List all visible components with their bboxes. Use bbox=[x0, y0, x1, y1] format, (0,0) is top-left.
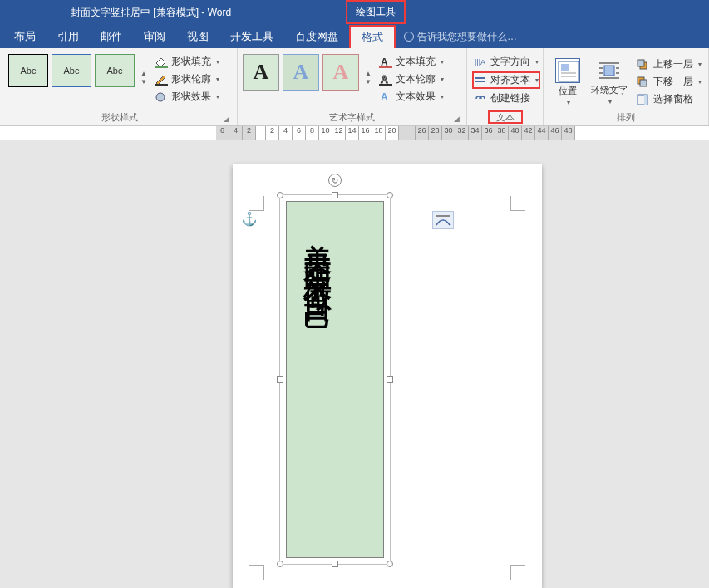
shape-style-preset-3[interactable]: Abc bbox=[95, 54, 135, 87]
ruler-tick: 26 bbox=[416, 126, 429, 140]
text-fill-button[interactable]: A 文本填充▾ bbox=[377, 54, 446, 70]
text-effects-button[interactable]: A 文本效果▾ bbox=[377, 89, 446, 105]
vertical-text-content[interactable]: 美是回来做自己 bbox=[298, 221, 336, 291]
tab-references[interactable]: 引用 bbox=[47, 25, 90, 48]
svg-rect-9 bbox=[475, 77, 485, 79]
lightbulb-icon bbox=[404, 32, 414, 42]
svg-rect-28 bbox=[436, 215, 450, 217]
rotate-handle[interactable]: ↻ bbox=[328, 174, 342, 187]
ruler-tick: 8 bbox=[306, 126, 319, 140]
anchor-icon[interactable]: ⚓ bbox=[241, 211, 258, 227]
wordart-preset-2[interactable]: A bbox=[283, 54, 319, 91]
ruler-tick: 20 bbox=[386, 126, 399, 140]
ruler-tick: 40 bbox=[509, 126, 522, 140]
send-backward-icon bbox=[637, 76, 650, 88]
shape-style-preset-1[interactable]: Abc bbox=[8, 54, 48, 87]
shape-style-preset-2[interactable]: Abc bbox=[52, 54, 91, 87]
svg-rect-25 bbox=[640, 80, 647, 86]
align-text-button[interactable]: 对齐文本▾ bbox=[472, 71, 540, 89]
document-canvas[interactable]: ⚓ 美是回来做自己 ↻ bbox=[0, 140, 709, 588]
selection-pane-icon bbox=[637, 94, 650, 105]
group-label-arrange: 排列 bbox=[549, 110, 703, 125]
send-backward-button[interactable]: 下移一层▾ bbox=[635, 74, 703, 90]
text-outline-button[interactable]: A 文本轮廓▾ bbox=[377, 71, 446, 87]
wordart-preset-1[interactable]: A bbox=[243, 54, 279, 91]
layout-options-button[interactable] bbox=[432, 211, 454, 229]
resize-handle-e[interactable] bbox=[387, 376, 393, 383]
svg-rect-21 bbox=[616, 72, 619, 74]
margin-corner-icon bbox=[249, 565, 264, 580]
margin-corner-icon bbox=[510, 196, 525, 211]
position-icon bbox=[555, 58, 580, 83]
tab-mailings[interactable]: 邮件 bbox=[90, 25, 133, 48]
ruler-tick: 18 bbox=[372, 126, 386, 140]
text-direction-icon: |||A bbox=[474, 56, 487, 68]
wrap-text-icon bbox=[598, 59, 621, 82]
svg-rect-19 bbox=[616, 67, 619, 69]
text-fill-icon: A bbox=[379, 56, 392, 68]
ruler-tick: 6 bbox=[293, 126, 306, 140]
text-direction-button[interactable]: |||A 文字方向▾ bbox=[472, 54, 540, 70]
bring-forward-button[interactable]: 上移一层▾ bbox=[635, 56, 703, 72]
contextual-tab-drawing-tools[interactable]: 绘图工具 bbox=[346, 0, 406, 24]
svg-rect-6 bbox=[379, 84, 392, 86]
position-button[interactable]: 位置▾ bbox=[549, 55, 587, 110]
tab-baidu-netdisk[interactable]: 百度网盘 bbox=[284, 25, 349, 48]
shape-fill-button[interactable]: 形状填充▾ bbox=[153, 54, 221, 70]
ruler-tick: 34 bbox=[469, 126, 482, 140]
shape-styles-dialog-launcher[interactable]: ◢ bbox=[222, 114, 232, 124]
wordart-dialog-launcher[interactable]: ◢ bbox=[451, 114, 461, 124]
create-link-button[interactable]: 创建链接 bbox=[472, 91, 540, 106]
title-bar: 封面文字竖排居中 [兼容模式] - Word 绘图工具 bbox=[0, 0, 709, 25]
resize-handle-w[interactable] bbox=[277, 376, 283, 383]
resize-handle-s[interactable] bbox=[332, 561, 338, 567]
wordart-more-button[interactable]: ▲▼ bbox=[362, 54, 374, 87]
ruler-tick: 36 bbox=[482, 126, 495, 140]
resize-handle-n[interactable] bbox=[332, 192, 338, 198]
page[interactable]: ⚓ 美是回来做自己 ↻ bbox=[233, 164, 542, 588]
ruler-tick: 42 bbox=[522, 126, 535, 140]
ruler-tick: 32 bbox=[455, 126, 469, 140]
tab-layout[interactable]: 布局 bbox=[3, 25, 47, 48]
ruler-tick: 10 bbox=[319, 126, 332, 140]
resize-handle-se[interactable] bbox=[387, 561, 393, 567]
tell-me-search[interactable]: 告诉我您想要做什么… bbox=[404, 30, 517, 44]
tab-view[interactable]: 视图 bbox=[176, 25, 219, 48]
shape-outline-button[interactable]: 形状轮廓▾ bbox=[153, 71, 221, 87]
horizontal-ruler[interactable]: 6 4 2 2 4 6 8 10 12 14 16 18 20 26 28 30… bbox=[0, 126, 709, 140]
shape-effects-button[interactable]: 形状效果▾ bbox=[153, 89, 221, 105]
svg-rect-16 bbox=[599, 62, 619, 64]
ruler-tick: 2 bbox=[243, 126, 256, 140]
group-label-shape-styles: 形状样式 ◢ bbox=[8, 110, 232, 125]
tab-developer[interactable]: 开发工具 bbox=[219, 25, 284, 48]
group-text: |||A 文字方向▾ 对齐文本▾ 创建链接 bbox=[467, 48, 544, 125]
selection-pane-button[interactable]: 选择窗格 bbox=[635, 91, 703, 107]
bring-forward-icon bbox=[637, 59, 650, 71]
resize-handle-sw[interactable] bbox=[277, 561, 283, 567]
tab-format[interactable]: 格式 bbox=[349, 25, 396, 48]
svg-rect-20 bbox=[599, 72, 603, 74]
tell-me-placeholder: 告诉我您想要做什么… bbox=[417, 30, 517, 44]
svg-text:A: A bbox=[381, 91, 388, 103]
margin-corner-icon bbox=[510, 565, 525, 580]
resize-handle-nw[interactable] bbox=[277, 192, 283, 198]
svg-text:|||A: |||A bbox=[475, 58, 485, 66]
ruler-tick: 48 bbox=[562, 126, 575, 140]
ruler-tick: 28 bbox=[429, 126, 442, 140]
svg-rect-1 bbox=[155, 84, 168, 86]
wrap-text-button[interactable]: 环绕文字▾ bbox=[590, 55, 628, 110]
ruler-tick: 16 bbox=[359, 126, 372, 140]
svg-text:A: A bbox=[381, 56, 388, 68]
wordart-preset-3[interactable]: A bbox=[322, 54, 359, 91]
ruler-tick: 12 bbox=[332, 126, 346, 140]
svg-rect-12 bbox=[561, 64, 569, 71]
svg-rect-0 bbox=[155, 66, 168, 68]
link-icon bbox=[474, 93, 487, 105]
ruler-tick: 2 bbox=[266, 126, 279, 140]
ruler-tick: 6 bbox=[216, 126, 229, 140]
resize-handle-ne[interactable] bbox=[387, 192, 393, 198]
shape-styles-more-button[interactable]: ▲▼ bbox=[138, 54, 150, 87]
svg-point-2 bbox=[156, 93, 165, 101]
tab-review[interactable]: 审阅 bbox=[133, 25, 176, 48]
svg-rect-18 bbox=[599, 67, 603, 69]
